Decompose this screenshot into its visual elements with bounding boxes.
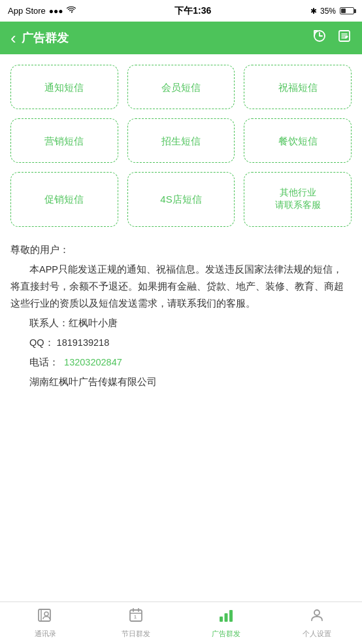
battery-icon [340,7,354,14]
bluetooth-icon: ✱ [310,7,317,16]
nav-actions [312,29,352,47]
body-text: 本APP只能发送正规的通知、祝福信息。发送违反国家法律法规的短信，将直接封号，余… [10,261,352,312]
status-right: ✱ 35% [310,7,354,16]
page-title: 广告群发 [22,30,312,46]
tab-advert-label: 广告群发 [212,629,240,639]
tab-festival-label: 节日群发 [122,629,150,639]
tab-settings[interactable]: 个人设置 [272,602,363,644]
phone-link[interactable]: 13203202847 [64,357,122,367]
svg-rect-15 [229,610,233,622]
sms-item-other[interactable]: 其他行业请联系客服 [244,172,352,227]
settings-icon [309,607,325,627]
tab-contacts[interactable]: 通讯录 [0,602,91,644]
sms-item-notice[interactable]: 通知短信 [10,65,118,109]
info-section: 尊敬的用户： 本APP只能发送正规的通知、祝福信息。发送违反国家法律法规的短信，… [10,241,352,391]
back-button[interactable]: ‹ [10,29,16,46]
tab-bar: 通讯录 1 节日群发 广告群发 [0,602,362,644]
svg-rect-13 [220,617,223,622]
svg-text:1: 1 [134,615,137,619]
festival-icon: 1 [128,607,144,627]
status-bar: App Store ●●● 下午1:36 ✱ 35% [0,0,362,22]
sms-grid: 通知短信 会员短信 祝福短信 营销短信 招生短信 餐饮短信 促销短信 4S店短信… [10,65,352,227]
sms-item-promo[interactable]: 促销短信 [10,172,118,227]
phone-text: 电话： 13203202847 [29,354,352,371]
history-icon[interactable] [312,29,327,47]
svg-rect-14 [225,613,228,622]
contacts-icon [37,607,53,627]
status-left: App Store ●●● [8,6,76,16]
greeting-text: 尊敬的用户： [10,241,352,258]
nav-bar: ‹ 广告群发 [0,22,362,54]
sms-item-member[interactable]: 会员短信 [127,65,235,109]
tab-settings-label: 个人设置 [303,629,331,639]
app-store-label: App Store [8,6,46,16]
qq-text: QQ： 1819139218 [29,334,352,351]
contact-person: 联系人：红枫叶小唐 [29,314,352,331]
company-text: 湖南红枫叶广告传媒有限公司 [29,373,352,390]
main-content: 通知短信 会员短信 祝福短信 营销短信 招生短信 餐饮短信 促销短信 4S店短信… [0,54,362,602]
svg-point-16 [314,610,320,615]
sms-item-marketing[interactable]: 营销短信 [10,118,118,163]
chevron-left-icon: ‹ [10,29,16,46]
tab-festival[interactable]: 1 节日群发 [91,602,182,644]
edit-icon[interactable] [337,29,352,47]
signal-icon: ●●● [49,7,63,16]
svg-point-7 [44,612,48,616]
sms-item-recruit[interactable]: 招生短信 [127,118,235,163]
battery-label: 35% [320,7,336,16]
advert-icon [218,607,234,627]
sms-item-4s[interactable]: 4S店短信 [127,172,235,227]
status-time: 下午1:36 [174,5,211,17]
tab-advert[interactable]: 广告群发 [181,602,272,644]
sms-item-dining[interactable]: 餐饮短信 [244,118,352,163]
tab-contacts-label: 通讯录 [35,629,56,639]
sms-item-blessing[interactable]: 祝福短信 [244,65,352,109]
wifi-icon [67,6,76,16]
